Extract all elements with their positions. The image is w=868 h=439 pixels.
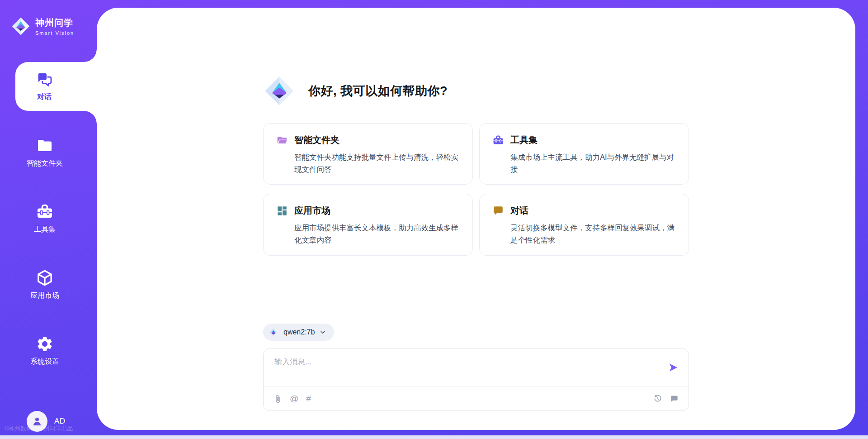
history-icon (653, 394, 662, 403)
sidebar-item-label: 系统设置 (30, 357, 59, 367)
model-name: qwen2:7b (283, 328, 315, 336)
card-title: 工具集 (510, 134, 538, 146)
toolbox-icon (492, 134, 504, 146)
folder-icon (36, 137, 54, 155)
gear-icon (36, 335, 54, 353)
message-composer: @ # (263, 348, 689, 411)
feature-cards: 智能文件夹 智能文件夹功能支持批量文件上传与清洗，轻松实现文件问答 工具 (263, 123, 689, 256)
main-panel: 你好, 我可以如何帮助你? 智能文件夹 智能文件夹功能支持批量文件上传与清洗，轻… (97, 8, 855, 430)
brand: 神州问学 Smart Vision (0, 0, 97, 42)
assistant-logo-icon (263, 75, 296, 107)
comment-icon (670, 395, 679, 403)
mention-button[interactable]: @ (290, 394, 298, 404)
greeting-text: 你好, 我可以如何帮助你? (308, 83, 448, 99)
new-chat-button[interactable] (670, 395, 679, 403)
topic-button[interactable]: # (306, 394, 311, 404)
brand-logo-icon (11, 16, 31, 36)
sidebar-item-smart-folder[interactable]: 智能文件夹 (4, 128, 85, 177)
at-icon: @ (290, 394, 298, 404)
sidebar-item-label: 应用市场 (30, 291, 59, 301)
chevron-down-icon (320, 329, 326, 335)
send-button[interactable] (668, 362, 679, 374)
history-button[interactable] (653, 394, 662, 403)
sidebar-item-label: 工具集 (34, 225, 56, 234)
send-icon (668, 362, 679, 373)
composer-toolbar: @ # (264, 387, 689, 410)
dashboard-icon (276, 205, 288, 217)
bottom-strip (0, 435, 868, 439)
sidebar-item-label: 对话 (37, 92, 52, 102)
hash-icon: # (306, 394, 311, 404)
card-title: 智能文件夹 (294, 134, 340, 146)
sidebar-item-app-market[interactable]: 应用市场 (4, 260, 85, 309)
sidebar-item-chat[interactable]: 对话 (15, 62, 97, 111)
model-logo-icon (269, 327, 278, 337)
model-selector[interactable]: qwen2:7b (263, 324, 334, 341)
sidebar-footer: ©神州数码 · 神州问学出品 (5, 425, 73, 433)
card-desc: 集成市场上主流工具，助力AI与外界无缝扩展与对接 (510, 151, 676, 175)
card-desc: 智能文件夹功能支持批量文件上传与清洗，轻松实现文件问答 (294, 151, 460, 175)
card-chat[interactable]: 对话 灵活切换多模型文件，支持多样回复效果调试，满足个性化需求 (479, 194, 689, 255)
card-smart-folder[interactable]: 智能文件夹 智能文件夹功能支持批量文件上传与清洗，轻松实现文件问答 (263, 123, 473, 185)
brand-subtitle: Smart Vision (35, 30, 74, 36)
sidebar-item-settings[interactable]: 系统设置 (4, 326, 85, 375)
card-desc: 应用市场提供丰富长文本模板，助力高效生成多样化文章内容 (294, 222, 460, 246)
greeting: 你好, 我可以如何帮助你? (263, 75, 689, 107)
card-title: 对话 (510, 205, 528, 217)
folder-open-icon (276, 134, 288, 146)
card-toolset[interactable]: 工具集 集成市场上主流工具，助力AI与外界无缝扩展与对接 (479, 123, 689, 185)
cube-icon (36, 269, 54, 287)
card-app-market[interactable]: 应用市场 应用市场提供丰富长文本模板，助力高效生成多样化文章内容 (263, 194, 473, 255)
chat-icon (36, 71, 53, 88)
chat-bubble-icon (492, 205, 504, 217)
attach-button[interactable] (274, 395, 282, 403)
sidebar-item-toolset[interactable]: 工具集 (4, 194, 85, 243)
sidebar-nav: 对话 智能文件夹 工具集 (0, 62, 97, 392)
sidebar: 神州问学 Smart Vision 对话 智能文件夹 (0, 0, 97, 439)
sidebar-item-label: 智能文件夹 (27, 159, 63, 168)
card-title: 应用市场 (294, 205, 330, 217)
toolbox-icon (36, 203, 54, 221)
paperclip-icon (274, 395, 282, 403)
brand-name: 神州问学 (35, 17, 74, 29)
message-input[interactable] (274, 357, 668, 367)
card-desc: 灵活切换多模型文件，支持多样回复效果调试，满足个性化需求 (510, 222, 676, 246)
